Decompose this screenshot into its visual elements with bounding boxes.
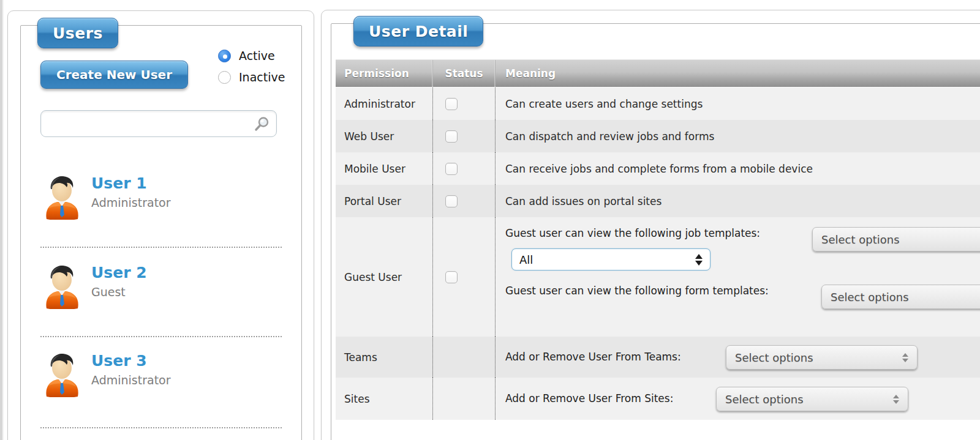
user-list-item[interactable]: User 1 Administrator <box>40 174 282 233</box>
permission-meaning: Can create users and change settings <box>496 88 980 120</box>
users-panel-title-label: Users <box>53 24 103 42</box>
guest-user-checkbox[interactable] <box>445 271 458 283</box>
user-avatar-icon <box>41 352 83 397</box>
select-arrows-icon <box>902 353 908 362</box>
permission-name: Administrator <box>336 88 433 120</box>
guest-job-templates-dropdown[interactable]: All <box>511 248 710 270</box>
permission-name: Mobile User <box>336 152 433 185</box>
permission-meaning: Can receive jobs and complete forms from… <box>496 152 980 185</box>
header-status: Status <box>433 60 496 87</box>
user-role: Administrator <box>91 373 171 387</box>
guest-form-templates-label: Guest user can view the following form t… <box>505 285 769 297</box>
header-permission: Permission <box>336 60 433 87</box>
guest-job-templates-label: Guest user can view the following job te… <box>505 227 760 239</box>
user-avatar-icon <box>41 174 83 220</box>
portal-user-checkbox[interactable] <box>445 195 458 207</box>
radio-checked-icon[interactable] <box>218 50 231 62</box>
filter-inactive-radio[interactable]: Inactive <box>218 70 285 84</box>
users-fieldset: Users Create New User Active Inactive <box>20 25 302 440</box>
select-arrows-icon <box>893 395 899 404</box>
permission-row-web-user: Web User Can dispatch and review jobs an… <box>336 120 980 152</box>
permission-name: Guest User <box>336 217 433 337</box>
filter-inactive-label: Inactive <box>239 70 285 84</box>
user-name[interactable]: User 3 <box>91 352 147 370</box>
administrator-checkbox[interactable] <box>445 98 458 110</box>
permission-row-administrator: Administrator Can create users and chang… <box>336 88 980 120</box>
filter-active-radio[interactable]: Active <box>218 49 285 62</box>
user-avatar-icon <box>41 264 83 309</box>
mobile-user-checkbox[interactable] <box>445 163 458 175</box>
permission-meaning: Can add issues on portal sites <box>496 185 980 217</box>
user-detail-title-label: User Detail <box>369 23 468 40</box>
user-search-box <box>40 110 277 137</box>
user-search-input[interactable] <box>47 113 249 134</box>
user-filter-radio-group: Active Inactive <box>218 49 285 84</box>
create-new-user-label: Create New User <box>56 67 172 82</box>
permission-name: Sites <box>336 378 433 420</box>
permission-name: Portal User <box>336 185 433 217</box>
dropdown-arrows-icon <box>695 254 703 266</box>
create-new-user-button[interactable]: Create New User <box>40 61 188 89</box>
user-list-separator <box>40 336 282 337</box>
search-icon[interactable] <box>253 116 270 133</box>
select-options-label: Select options <box>735 351 813 364</box>
web-user-checkbox[interactable] <box>445 130 458 143</box>
sites-select-button[interactable]: Select options <box>716 387 908 411</box>
user-detail-fieldset: User Detail Permission Status Meaning Ad… <box>331 23 980 440</box>
guest-form-templates-select-button[interactable]: Select options <box>821 285 980 309</box>
permission-row-guest-user: Guest User Guest user can view the follo… <box>336 217 980 337</box>
table-body: Administrator Can create users and chang… <box>336 88 980 420</box>
radio-unchecked-icon[interactable] <box>218 71 231 84</box>
permission-row-teams: Teams Add or Remove User From Teams: Sel… <box>336 337 980 378</box>
user-list-separator <box>40 427 282 428</box>
sites-label: Add or Remove User From Sites: <box>505 392 673 405</box>
permission-name: Teams <box>336 337 433 378</box>
permission-name: Web User <box>336 120 433 152</box>
user-role: Guest <box>91 285 126 299</box>
user-list-item[interactable]: User 2 Guest <box>40 264 282 323</box>
permission-row-mobile-user: Mobile User Can receive jobs and complet… <box>336 152 980 185</box>
table-header-row: Permission Status Meaning <box>336 59 980 88</box>
teams-label: Add or Remove User From Teams: <box>505 351 681 363</box>
permissions-table: Permission Status Meaning Administrator … <box>336 59 980 420</box>
select-options-label: Select options <box>821 233 900 246</box>
guest-job-templates-select-button[interactable]: Select options <box>812 227 980 252</box>
dropdown-selected-value: All <box>519 253 533 266</box>
users-panel: Users Create New User Active Inactive <box>7 10 314 440</box>
users-panel-title: Users <box>37 18 118 48</box>
page-edge <box>0 0 4 440</box>
page: Users Create New User Active Inactive <box>0 0 980 440</box>
filter-active-label: Active <box>239 49 275 62</box>
teams-select-button[interactable]: Select options <box>726 345 918 370</box>
user-detail-title: User Detail <box>353 16 483 47</box>
user-role: Administrator <box>91 196 171 209</box>
select-options-label: Select options <box>725 393 804 406</box>
user-list-separator <box>40 247 282 248</box>
select-options-label: Select options <box>831 291 909 304</box>
permission-row-sites: Sites Add or Remove User From Sites: Sel… <box>336 378 980 420</box>
user-name[interactable]: User 2 <box>91 264 147 282</box>
permission-meaning: Can dispatch and review jobs and forms <box>496 120 980 152</box>
user-list-item[interactable]: User 3 Administrator <box>40 352 282 411</box>
user-name[interactable]: User 1 <box>91 174 147 192</box>
user-detail-panel: User Detail Permission Status Meaning Ad… <box>321 10 980 440</box>
header-meaning: Meaning <box>496 60 980 87</box>
permission-row-portal-user: Portal User Can add issues on portal sit… <box>336 185 980 217</box>
